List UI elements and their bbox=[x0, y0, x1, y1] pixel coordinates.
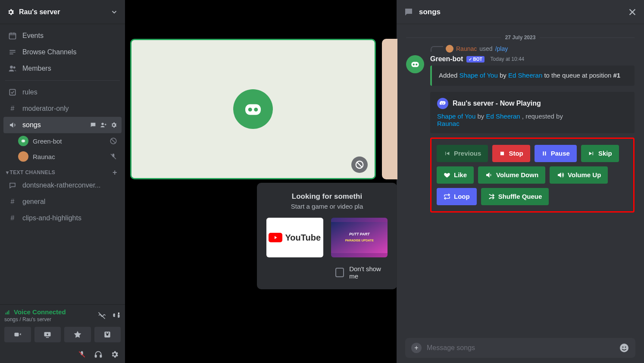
channel-clips[interactable]: # clips-and-highlights bbox=[3, 210, 122, 226]
muted-icon bbox=[109, 137, 117, 145]
checkbox-icon[interactable] bbox=[335, 268, 344, 277]
svg-rect-10 bbox=[7, 311, 8, 314]
svg-rect-26 bbox=[411, 62, 419, 67]
svg-rect-3 bbox=[9, 89, 15, 95]
soundboard-button[interactable] bbox=[94, 327, 121, 342]
screen-share-button[interactable] bbox=[34, 327, 61, 342]
volume-down-button[interactable]: Volume Down bbox=[478, 166, 545, 184]
shuffle-button[interactable]: Shuffle Queue bbox=[481, 188, 549, 205]
date-divider: 27 July 2023 bbox=[406, 34, 635, 41]
nav-members[interactable]: Members bbox=[3, 60, 122, 77]
svg-rect-23 bbox=[331, 222, 388, 253]
channel-general[interactable]: # general bbox=[3, 194, 122, 210]
attach-icon[interactable]: + bbox=[411, 343, 422, 353]
gear-icon[interactable] bbox=[110, 122, 117, 128]
calendar-icon bbox=[8, 31, 17, 40]
author-name[interactable]: Green-bot bbox=[430, 55, 463, 63]
np-requester-link[interactable]: Raunac bbox=[437, 120, 460, 127]
svg-point-2 bbox=[13, 66, 16, 69]
chat-icon[interactable] bbox=[90, 122, 97, 128]
svg-point-27 bbox=[413, 63, 415, 65]
svg-rect-19 bbox=[245, 104, 261, 115]
participant-tile-user[interactable] bbox=[382, 39, 397, 179]
svg-rect-5 bbox=[22, 140, 25, 142]
channel-dontsneak[interactable]: dontsneak-ratherconver... bbox=[3, 177, 122, 194]
previous-button[interactable]: Previous bbox=[437, 145, 488, 162]
voice-location: songs / Rau's server bbox=[4, 316, 66, 322]
close-icon[interactable] bbox=[628, 7, 637, 17]
svg-point-4 bbox=[101, 123, 103, 125]
activity-game[interactable]: PUTT PART PARADISE UPDATE bbox=[331, 218, 388, 257]
activity-subtitle: Start a game or video pla bbox=[266, 203, 388, 210]
reply-spine-icon bbox=[430, 46, 443, 52]
divider bbox=[5, 80, 120, 81]
speaker-icon bbox=[8, 121, 17, 129]
participant-tile-bot[interactable] bbox=[130, 39, 376, 179]
voice-user-green-bot[interactable]: Green-bot bbox=[3, 133, 122, 149]
stop-button[interactable]: Stop bbox=[492, 145, 530, 162]
queue-embed: Added Shape of You by Ed Sheeran to the … bbox=[430, 66, 635, 86]
svg-point-7 bbox=[24, 141, 25, 141]
server-header[interactable]: Rau's server bbox=[0, 0, 125, 24]
svg-point-32 bbox=[620, 344, 628, 352]
disconnect-icon[interactable] bbox=[112, 311, 121, 320]
np-song-link[interactable]: Shape of You bbox=[437, 113, 475, 120]
bot-avatar-icon bbox=[406, 55, 424, 73]
thread-title: songs bbox=[419, 8, 441, 16]
activity-card: Looking for somethi Start a game or vide… bbox=[257, 183, 397, 289]
svg-rect-17 bbox=[95, 355, 97, 357]
voice-connected-label: Voice Connected bbox=[4, 308, 66, 316]
svg-rect-18 bbox=[100, 355, 101, 357]
svg-point-6 bbox=[22, 141, 23, 141]
channel-songs[interactable]: songs bbox=[3, 117, 122, 133]
volume-up-button[interactable]: Volume Up bbox=[550, 166, 608, 184]
svg-point-1 bbox=[10, 66, 13, 69]
activities-button[interactable] bbox=[64, 327, 91, 342]
like-button[interactable]: Like bbox=[437, 166, 474, 184]
mic-muted-icon[interactable] bbox=[78, 350, 86, 359]
nav-events[interactable]: Events bbox=[3, 28, 122, 44]
bot-avatar-icon bbox=[18, 136, 28, 146]
message-input[interactable]: + Message songs bbox=[405, 338, 635, 358]
svg-point-20 bbox=[248, 108, 252, 112]
pause-button[interactable]: Pause bbox=[535, 145, 577, 162]
noise-suppression-icon[interactable] bbox=[97, 311, 106, 320]
activity-youtube[interactable]: YouTube bbox=[266, 218, 323, 257]
chevron-down-icon[interactable] bbox=[110, 8, 118, 16]
dont-show-checkbox[interactable]: Don't show me bbox=[335, 265, 388, 280]
svg-rect-9 bbox=[6, 313, 6, 314]
chat-icon bbox=[8, 182, 17, 189]
voice-user-raunac[interactable]: Raunac bbox=[3, 149, 122, 164]
channel-moderator-only[interactable]: # moderator-only bbox=[3, 100, 122, 117]
bot-message: Green-bot ✓ BOT Today at 10:44 Added Sha… bbox=[406, 55, 635, 213]
loop-button[interactable]: Loop bbox=[437, 188, 477, 205]
controls-highlight: Previous Stop Pause Skip Like Volume Dow… bbox=[430, 138, 635, 213]
headphones-icon[interactable] bbox=[94, 350, 103, 359]
hash-icon: # bbox=[8, 214, 17, 222]
np-artist-link[interactable]: Ed Sheeran bbox=[486, 113, 520, 120]
song-link[interactable]: Shape of You bbox=[460, 72, 498, 79]
add-user-icon[interactable] bbox=[100, 122, 107, 128]
thread-header: songs bbox=[397, 0, 644, 24]
bot-tag: ✓ BOT bbox=[466, 56, 484, 63]
channel-rules[interactable]: rules bbox=[3, 84, 122, 100]
nav-browse-channels[interactable]: Browse Channels bbox=[3, 44, 122, 60]
channel-sidebar: Rau's server Events Browse Channels Memb… bbox=[0, 0, 125, 363]
voice-status-panel: Voice Connected songs / Rau's server bbox=[0, 304, 125, 346]
artist-link[interactable]: Ed Sheeran bbox=[508, 72, 542, 79]
chevron-down-icon: ▾ bbox=[6, 169, 9, 175]
user-avatar-icon bbox=[446, 45, 453, 53]
reply-context[interactable]: Raunac used /play bbox=[430, 45, 635, 53]
add-channel-icon[interactable]: + bbox=[113, 170, 117, 175]
svg-rect-11 bbox=[8, 310, 9, 314]
emoji-icon[interactable] bbox=[619, 343, 629, 353]
text-channels-header[interactable]: ▾TEXT CHANNELS + bbox=[3, 164, 122, 177]
compose-bar: + Message songs bbox=[397, 333, 644, 363]
svg-rect-30 bbox=[543, 151, 544, 155]
settings-icon[interactable] bbox=[110, 350, 119, 359]
browse-icon bbox=[8, 48, 17, 56]
video-button[interactable] bbox=[4, 327, 31, 342]
discord-icon bbox=[437, 98, 448, 109]
skip-button[interactable]: Skip bbox=[581, 145, 619, 162]
svg-point-21 bbox=[254, 108, 258, 112]
